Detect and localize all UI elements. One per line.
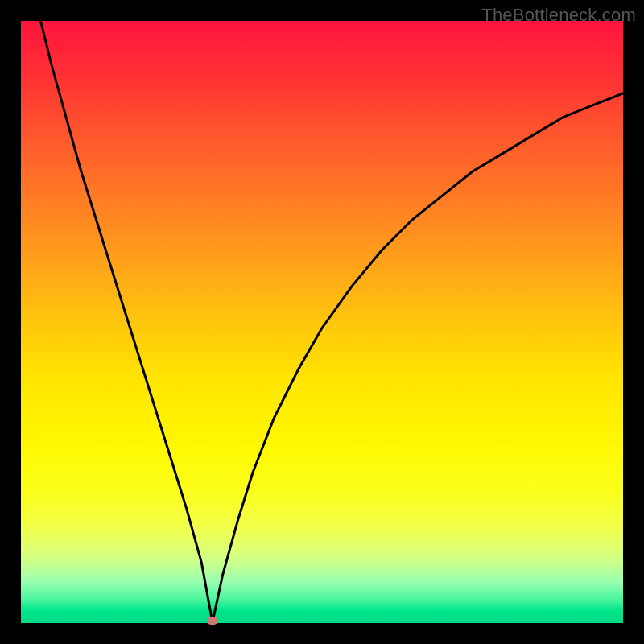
minimum-point-marker <box>207 617 218 625</box>
bottleneck-curve-svg <box>21 21 623 623</box>
chart-frame <box>21 21 623 623</box>
bottleneck-curve-path <box>41 22 623 622</box>
watermark: TheBottleneck.com <box>481 5 636 26</box>
watermark-text: TheBottleneck.com <box>481 5 636 25</box>
